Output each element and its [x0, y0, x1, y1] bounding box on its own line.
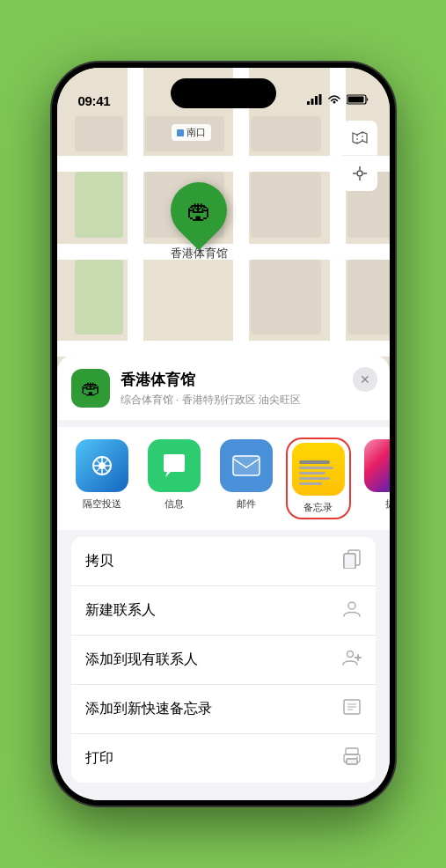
action-add-notes[interactable]: 添加到新快速备忘录	[71, 685, 376, 734]
map-label: 南口	[172, 124, 211, 141]
share-item-airdrop[interactable]: 隔空投送	[71, 439, 133, 518]
map-block	[251, 116, 321, 151]
messages-icon	[148, 439, 201, 492]
new-contact-label: 新建联系人	[85, 601, 156, 620]
map-controls	[342, 121, 377, 191]
new-contact-icon	[342, 599, 362, 622]
map-road	[233, 68, 249, 402]
action-copy[interactable]: 拷贝	[71, 537, 376, 586]
copy-label: 拷贝	[85, 552, 113, 570]
notes-icon	[292, 443, 345, 496]
svg-point-29	[356, 757, 358, 759]
phone-frame: 09:41	[52, 63, 395, 805]
airdrop-icon	[76, 439, 128, 492]
svg-rect-1	[311, 99, 313, 105]
battery-icon	[347, 92, 369, 108]
svg-point-6	[357, 171, 362, 176]
map-block	[251, 260, 321, 335]
map-type-button[interactable]	[342, 121, 377, 156]
close-button[interactable]: ✕	[353, 367, 377, 392]
add-notes-icon	[342, 697, 362, 721]
map-area: 南口 🏟 香港体育馆	[57, 68, 390, 402]
svg-rect-24	[346, 748, 358, 754]
action-add-existing[interactable]: 添加到现有联系人	[71, 636, 376, 685]
svg-rect-2	[315, 96, 318, 105]
venue-subtitle: 综合体育馆 · 香港特别行政区 油尖旺区	[121, 393, 376, 408]
map-block	[347, 260, 390, 335]
map-road	[128, 68, 143, 402]
svg-point-12	[99, 462, 106, 469]
location-button[interactable]	[342, 156, 377, 191]
svg-rect-0	[307, 101, 310, 105]
status-icons	[307, 92, 369, 108]
mail-label: 邮件	[237, 497, 256, 511]
venue-info: 香港体育馆 综合体育馆 · 香港特别行政区 油尖旺区	[121, 370, 376, 408]
venue-icon: 🏟	[71, 369, 110, 408]
map-block	[75, 172, 123, 238]
svg-rect-16	[344, 554, 355, 569]
map-block	[251, 172, 321, 238]
notes-label: 备忘录	[303, 501, 333, 514]
phone-screen: 09:41	[57, 68, 390, 800]
action-list: 拷贝 新建联系人 添加到现有联系人	[71, 537, 376, 783]
svg-point-19	[347, 651, 353, 658]
status-time: 09:41	[78, 93, 111, 108]
svg-rect-27	[347, 759, 357, 764]
share-item-notes[interactable]: 备忘录	[288, 439, 349, 518]
map-road	[330, 68, 346, 402]
location-pin: 🏟 香港体育馆	[171, 182, 228, 261]
map-block	[75, 260, 123, 335]
messages-label: 信息	[165, 497, 184, 511]
airdrop-label: 隔空投送	[83, 497, 121, 511]
wifi-icon	[327, 92, 341, 108]
share-item-more[interactable]: 提	[360, 439, 390, 518]
print-icon	[342, 747, 362, 770]
pin-circle: 🏟	[159, 171, 239, 251]
share-item-mail[interactable]: 邮件	[216, 439, 277, 518]
share-item-messages[interactable]: 信息	[143, 439, 205, 518]
add-notes-label: 添加到新快速备忘录	[85, 700, 212, 718]
share-row: 隔空投送 信息 邮件	[57, 427, 390, 530]
svg-rect-13	[233, 456, 260, 475]
mail-icon	[220, 439, 273, 492]
copy-icon	[342, 549, 362, 573]
svg-rect-3	[318, 94, 321, 105]
map-label-dot	[177, 129, 184, 136]
pin-icon: 🏟	[186, 196, 211, 225]
dynamic-island	[171, 78, 276, 108]
svg-point-18	[348, 602, 355, 609]
bottom-sheet: 🏟 香港体育馆 综合体育馆 · 香港特别行政区 油尖旺区 ✕ 隔空投送	[57, 355, 390, 800]
signal-icon	[307, 94, 322, 107]
more-icon	[364, 439, 390, 492]
print-label: 打印	[85, 749, 113, 768]
add-existing-label: 添加到现有联系人	[85, 651, 198, 669]
map-block	[75, 116, 123, 151]
action-new-contact[interactable]: 新建联系人	[71, 586, 376, 636]
venue-name: 香港体育馆	[121, 370, 376, 390]
action-print[interactable]: 打印	[71, 734, 376, 783]
more-label: 提	[385, 497, 390, 511]
venue-header: 🏟 香港体育馆 综合体育馆 · 香港特别行政区 油尖旺区 ✕	[57, 355, 390, 420]
add-existing-icon	[342, 648, 362, 672]
svg-rect-5	[347, 97, 363, 103]
